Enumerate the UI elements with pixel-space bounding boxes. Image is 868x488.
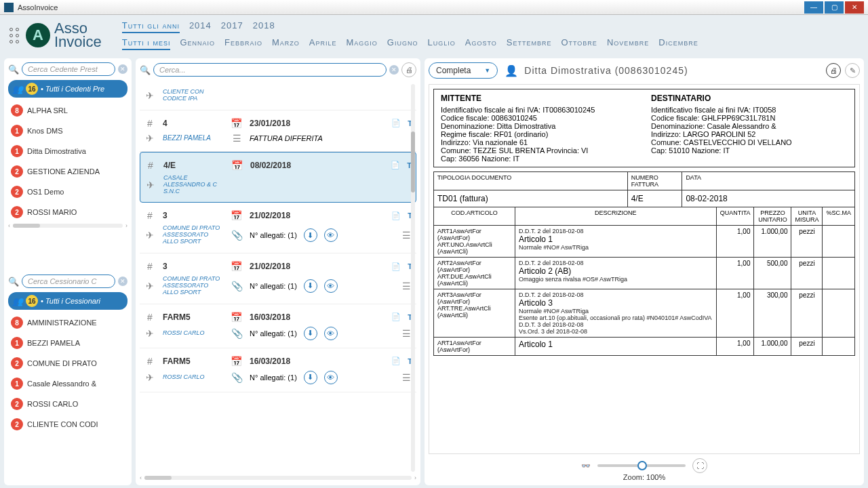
invoice-date: 21/02/2018	[250, 211, 311, 220]
logo-mark: A	[26, 23, 50, 47]
month-Gennaio[interactable]: Gennaio	[180, 37, 215, 50]
doc-header-table: TIPOLOGIA DOCUMENTO NUMERO FATTURA DATA …	[433, 171, 855, 207]
view-button[interactable]: 👁	[324, 228, 338, 242]
invoice-card[interactable]: ✈CLIENTE CON CODICE IPA	[140, 81, 416, 110]
invoice-card[interactable]: # 3 📅 21/02/2018 📄 T ✈COMUNE DI PRATO AS…	[140, 203, 416, 253]
item-label: ROSSI MARIO	[27, 208, 77, 216]
invoice-number: 4	[163, 119, 224, 128]
month-Novembre[interactable]: Novembre	[607, 37, 649, 50]
close-button[interactable]: ✕	[845, 1, 864, 14]
month-Settembre[interactable]: Settembre	[507, 37, 552, 50]
month-all[interactable]: Tutti i mesi	[122, 37, 171, 50]
hscrollbar[interactable]: ‹›	[8, 222, 127, 229]
list-item[interactable]: 1Casale Alessandro &	[8, 373, 127, 394]
list-item[interactable]: 1Knos DMS	[8, 121, 127, 141]
month-Marzo[interactable]: Marzo	[272, 37, 300, 50]
view-button[interactable]: 👁	[324, 371, 338, 384]
view-button[interactable]: 👁	[324, 327, 338, 340]
minimize-button[interactable]: —	[804, 1, 823, 14]
invoice-card[interactable]: # 3 📅 21/02/2018 📄 T ✈COMUNE DI PRATO AS…	[140, 253, 416, 304]
menu-dots-icon[interactable]	[9, 28, 19, 43]
month-Dicembre[interactable]: Dicembre	[658, 37, 698, 50]
search-invoices-input[interactable]: Cerca...	[153, 63, 387, 77]
calendar-icon: 📅	[231, 160, 243, 171]
list-item[interactable]: 8AMMINISTRAZIONE	[8, 312, 127, 333]
year-2017[interactable]: 2017	[221, 20, 243, 33]
count-badge: 2	[11, 357, 23, 369]
download-button[interactable]: ⬇	[304, 228, 317, 242]
invoice-card[interactable]: # FARM5 📅 16/03/2018 📄 T ✈ROSSI CARLO📎N°…	[140, 304, 416, 348]
download-button[interactable]: ⬇	[304, 327, 317, 340]
hash-icon: #	[144, 160, 157, 171]
list-item[interactable]: 1BEZZI PAMELA	[8, 333, 127, 353]
month-Luglio[interactable]: Luglio	[427, 37, 455, 50]
year-2014[interactable]: 2014	[189, 20, 212, 33]
month-Aprile[interactable]: Aprile	[309, 37, 337, 50]
month-Giugno[interactable]: Giugno	[387, 37, 418, 50]
item-label: Knos DMS	[27, 127, 63, 135]
cedenti-count-badge: 16	[26, 83, 38, 95]
view-button[interactable]: 👁	[324, 279, 338, 293]
clear-search-button[interactable]: ✕	[118, 277, 127, 286]
zoom-slider[interactable]	[597, 464, 686, 467]
invoice-card[interactable]: # 4/E 📅 08/02/2018 📄 T ✈Casale Alessandr…	[140, 152, 416, 203]
year-2018[interactable]: 2018	[253, 20, 275, 33]
cessionari-group-header[interactable]: 👥 16 • Tutti i Cessionari	[8, 292, 127, 310]
list-item[interactable]: 2ROSSI MARIO	[8, 202, 127, 222]
view-mode-select[interactable]: Completa ▼	[429, 62, 498, 79]
month-Ottobre[interactable]: Ottobre	[561, 37, 597, 50]
list-icon: ☰	[231, 133, 243, 144]
list-item[interactable]: 2COMUNE DI PRATO	[8, 353, 127, 373]
fullscreen-button[interactable]: ⛶	[692, 458, 707, 473]
print-list-button[interactable]: 🖨	[401, 62, 416, 77]
item-label: BEZZI PAMELA	[27, 339, 80, 347]
list-item[interactable]: 2CLIENTE CON CODI	[8, 414, 127, 434]
calendar-icon: 📅	[231, 261, 243, 272]
calendar-icon: 📅	[231, 118, 243, 129]
year-all[interactable]: Tutti gli anni	[122, 20, 180, 33]
calendar-icon: 📅	[231, 210, 243, 221]
send-icon: ✈	[144, 133, 156, 144]
count-badge: 2	[11, 165, 23, 178]
list-item[interactable]: 8ALPHA SRL	[8, 100, 127, 121]
hash-icon: #	[144, 261, 156, 272]
print-detail-button[interactable]: 🖨	[826, 63, 841, 78]
count-badge: 8	[11, 104, 23, 117]
zoom-label: Zoom: 100%	[429, 473, 860, 481]
count-badge: 8	[11, 317, 23, 329]
hscrollbar[interactable]: ‹›	[140, 474, 416, 481]
list-item[interactable]: 1Ditta Dimostrativa	[8, 141, 127, 161]
clear-search-button[interactable]: ✕	[389, 65, 399, 75]
search-cessionario-input[interactable]: Cerca Cessionario C	[22, 274, 115, 288]
invoice-number: FARM5	[163, 357, 224, 366]
download-button[interactable]: ⬇	[304, 371, 317, 384]
document-icon: 📄	[391, 161, 400, 169]
invoice-card[interactable]: # 4 📅 23/01/2018 📄 T ✈BEZZI PAMELA☰FATTU…	[140, 110, 416, 152]
month-Maggio[interactable]: Maggio	[347, 37, 378, 50]
month-Febbraio[interactable]: Febbraio	[224, 37, 262, 50]
clear-search-button[interactable]: ✕	[118, 64, 127, 74]
hash-icon: #	[144, 356, 156, 367]
download-button[interactable]: ⬇	[304, 279, 317, 293]
edit-button[interactable]: ✎	[845, 63, 860, 78]
invoice-number: FARM5	[163, 312, 224, 322]
calendar-icon: 📅	[231, 312, 243, 323]
count-badge: 1	[11, 378, 23, 390]
calendar-icon: 📅	[231, 356, 243, 367]
line-items-table: COD.ARTICOLO DESCRIZIONE QUANTITA PREZZO…	[433, 207, 855, 356]
list-item[interactable]: 2ROSSI CARLO	[8, 394, 127, 414]
month-Agosto[interactable]: Agosto	[465, 37, 497, 50]
document-icon: 📄	[391, 262, 401, 271]
vscrollbar[interactable]	[411, 84, 415, 472]
item-label: Ditta Dimostrativa	[27, 147, 86, 155]
search-cedente-input[interactable]: Cerca Cedente Prest	[22, 62, 115, 76]
maximize-button[interactable]: ▢	[825, 1, 844, 14]
invoice-card[interactable]: # FARM5 📅 16/03/2018 📄 T ✈ROSSI CARLO📎N°…	[140, 348, 416, 392]
send-icon: ✈	[144, 281, 156, 291]
binoculars-icon: 👓	[581, 462, 591, 470]
count-badge: 2	[11, 418, 23, 430]
list-item[interactable]: 2GESTIONE AZIENDA	[8, 161, 127, 182]
cedenti-group-header[interactable]: 👥 16 • Tutti i Cedenti Pre	[8, 80, 127, 98]
list-item[interactable]: 2OS1 Demo	[8, 182, 127, 202]
hash-icon: #	[144, 312, 156, 323]
